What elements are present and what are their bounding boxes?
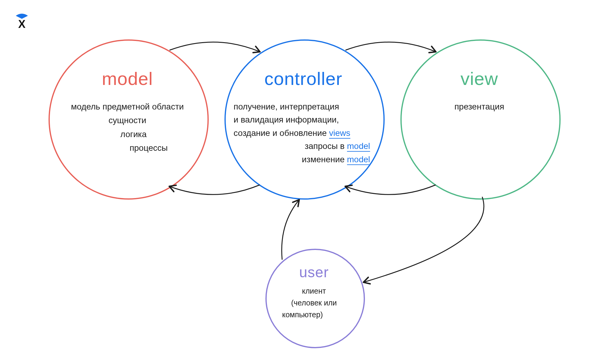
- arrow-user-to-controller: [282, 200, 299, 259]
- controller-link-views[interactable]: views: [329, 128, 350, 139]
- arrow-view-to-user: [364, 197, 484, 282]
- controller-link-model-1[interactable]: model: [347, 141, 370, 152]
- node-model-title: model: [49, 68, 206, 89]
- model-line1: модель предметной области: [55, 100, 200, 113]
- node-user-title: user: [265, 264, 363, 281]
- arrow-model-to-controller: [170, 42, 259, 52]
- user-line3: компьютер): [264, 309, 364, 321]
- controller-line4: запросы в model: [234, 140, 373, 153]
- model-line4: процессы: [55, 141, 200, 154]
- controller-line1: получение, интерпретация: [234, 100, 373, 113]
- controller-link-model-2[interactable]: model: [347, 155, 370, 165]
- arrow-controller-to-model: [170, 185, 259, 194]
- node-view-title: view: [400, 68, 558, 89]
- node-view-circle: [400, 39, 561, 200]
- node-controller-body: получение, интерпретация и валидация инф…: [234, 100, 373, 166]
- arrow-view-to-controller: [346, 185, 435, 194]
- controller-line4-text: запросы в: [305, 141, 347, 151]
- controller-line2: и валидация информации,: [234, 113, 373, 126]
- user-line2: (человек или: [264, 297, 364, 309]
- user-line1: клиент: [264, 285, 364, 297]
- controller-line3-text: создание и обновление: [234, 128, 329, 138]
- view-line1: презентация: [406, 100, 552, 113]
- node-controller-title: controller: [224, 68, 382, 89]
- logo-icon: X: [15, 13, 29, 31]
- arrow-controller-to-view: [346, 42, 435, 52]
- controller-line5: изменение model: [234, 153, 373, 166]
- diagram-canvas: X model controller view user модель пред…: [0, 0, 607, 364]
- node-view-body: презентация: [406, 100, 552, 113]
- svg-text:X: X: [18, 18, 25, 30]
- model-line2: сущности: [55, 114, 200, 127]
- node-user-body: клиент (человек или компьютер): [264, 285, 364, 320]
- node-model-body: модель предметной области сущности логик…: [55, 100, 200, 155]
- model-line3: логика: [55, 128, 200, 141]
- controller-line3: создание и обновление views: [234, 126, 373, 140]
- controller-line5-text: изменение: [302, 155, 347, 164]
